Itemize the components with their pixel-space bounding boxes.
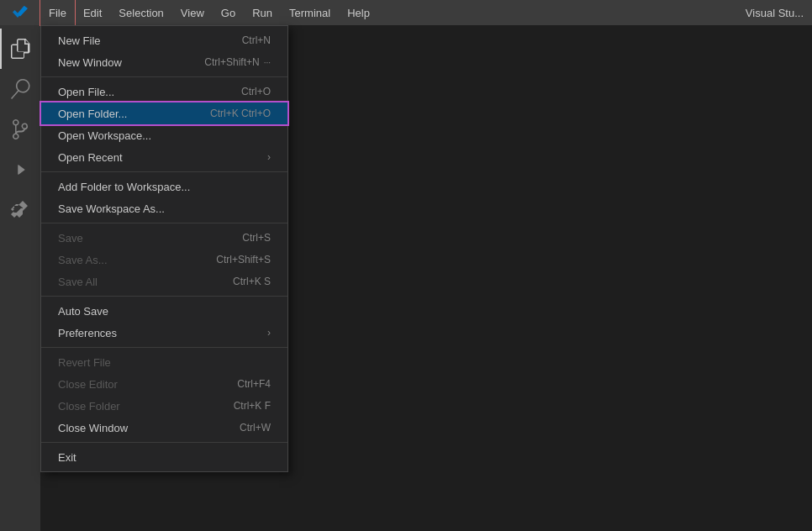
content-area: r RL. To learn more about how read our d… — [40, 25, 812, 531]
menu-item-save-workspace-as[interactable]: Save Workspace As... — [41, 197, 287, 219]
menu-item-help[interactable]: Help — [339, 0, 378, 25]
menu-item-add-folder-to-workspace[interactable]: Add Folder to Workspace... — [41, 176, 287, 197]
menu-item-shortcut: Ctrl+N — [242, 34, 271, 46]
menu-item-label: Save All — [58, 276, 216, 288]
menu-item-close-folder: Close FolderCtrl+K F — [41, 395, 287, 417]
titlebar: FileEditSelectionViewGoRunTerminalHelp V… — [0, 0, 812, 25]
menu-item-label: Save — [58, 232, 225, 244]
menu-section-5: Revert FileClose EditorCtrl+F4Close Fold… — [41, 348, 287, 443]
menu-item-auto-save[interactable]: Auto Save — [41, 300, 287, 322]
menu-item-shortcut: Ctrl+K Ctrl+O — [210, 108, 271, 119]
menu-item-label: Close Editor — [58, 378, 220, 391]
menu-item-label: Open File... — [58, 86, 224, 98]
menu-item-open-folder[interactable]: Open Folder...Ctrl+K Ctrl+O — [41, 103, 287, 124]
menu-item-run[interactable]: Run — [244, 0, 281, 25]
menu-item-save: SaveCtrl+S — [41, 227, 287, 249]
titlebar-title: Visual Stu... — [746, 0, 804, 25]
menu-item-open-file[interactable]: Open File...Ctrl+O — [41, 81, 287, 103]
explorer-icon[interactable] — [0, 29, 40, 69]
menu-section-0: New FileCtrl+NNew WindowCtrl+Shift+N··· — [41, 26, 287, 77]
extensions-icon[interactable] — [0, 190, 40, 230]
menu-item-close-window[interactable]: Close WindowCtrl+W — [41, 417, 287, 439]
menu-item-save-as: Save As...Ctrl+Shift+S — [41, 249, 287, 271]
menu-item-shortcut: Ctrl+F4 — [237, 378, 271, 390]
menu-item-shortcut: Ctrl+K F — [234, 400, 271, 412]
chevron-right-icon: › — [267, 151, 271, 163]
menu-item-label: New File — [58, 34, 225, 47]
menu-item-go[interactable]: Go — [213, 0, 244, 25]
menu-section-6: Exit — [41, 443, 287, 471]
menu-item-shortcut: Ctrl+K S — [233, 276, 271, 287]
menu-item-selection[interactable]: Selection — [110, 0, 171, 25]
menu-item-label: Add Folder to Workspace... — [58, 181, 271, 193]
menu-item-label: Open Folder... — [58, 108, 193, 120]
menu-item-open-workspace[interactable]: Open Workspace... — [41, 124, 287, 146]
menu-item-view[interactable]: View — [172, 0, 213, 25]
menu-item-revert-file: Revert File — [41, 351, 287, 373]
menu-item-label: Close Folder — [58, 400, 217, 413]
menu-item-shortcut: Ctrl+S — [242, 232, 271, 244]
menu-item-label: Revert File — [58, 356, 271, 369]
menu-section-3: SaveCtrl+SSave As...Ctrl+Shift+SSave All… — [41, 223, 287, 297]
menu-section-1: Open File...Ctrl+OOpen Folder...Ctrl+K C… — [41, 77, 287, 172]
menu-item-label: Auto Save — [58, 305, 271, 318]
menu-item-preferences[interactable]: Preferences› — [41, 322, 287, 344]
source-control-icon[interactable] — [0, 109, 40, 150]
menu-item-new-window[interactable]: New WindowCtrl+Shift+N··· — [41, 51, 287, 73]
activity-bar — [0, 25, 40, 531]
menu-item-label: Save Workspace As... — [58, 202, 271, 215]
run-debug-icon[interactable] — [0, 150, 40, 190]
menu-item-label: Exit — [58, 451, 271, 464]
menu-item-edit[interactable]: Edit — [75, 0, 110, 25]
menu-item-new-file[interactable]: New FileCtrl+N — [41, 29, 287, 51]
menu-item-shortcut: Ctrl+Shift+S — [216, 254, 271, 266]
search-icon[interactable] — [0, 69, 40, 109]
app-logo — [0, 0, 40, 25]
menu-item-shortcut: Ctrl+O — [241, 86, 271, 97]
menu-item-exit[interactable]: Exit — [41, 446, 287, 468]
more-icon: ··· — [264, 58, 271, 67]
menu-item-shortcut: Ctrl+Shift+N — [204, 56, 259, 68]
menu-item-label: Preferences — [58, 327, 267, 339]
menu-item-terminal[interactable]: Terminal — [281, 0, 339, 25]
menu-section-4: Auto SavePreferences› — [41, 297, 287, 348]
menu-item-close-editor: Close EditorCtrl+F4 — [41, 373, 287, 395]
file-menu-dropdown: New FileCtrl+NNew WindowCtrl+Shift+N···O… — [40, 25, 288, 472]
menu-item-file[interactable]: File — [40, 0, 75, 25]
menu-item-open-recent[interactable]: Open Recent› — [41, 146, 287, 168]
main-layout: r RL. To learn more about how read our d… — [0, 25, 812, 531]
menu-item-label: New Window — [58, 56, 187, 69]
menu-bar: FileEditSelectionViewGoRunTerminalHelp — [40, 0, 378, 25]
menu-item-label: Open Workspace... — [58, 129, 271, 142]
menu-item-save-all: Save AllCtrl+K S — [41, 271, 287, 292]
menu-section-2: Add Folder to Workspace...Save Workspace… — [41, 172, 287, 223]
menu-item-label: Save As... — [58, 254, 199, 266]
menu-item-shortcut: Ctrl+W — [240, 422, 271, 434]
menu-item-label: Open Recent — [58, 151, 267, 164]
menu-item-label: Close Window — [58, 422, 223, 434]
chevron-right-icon: › — [267, 327, 271, 339]
